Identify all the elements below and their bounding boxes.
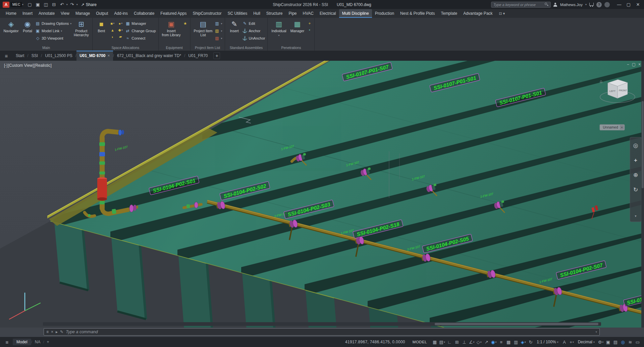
ribbon-tab-add-ins[interactable]: Add-ins xyxy=(111,9,131,18)
ribbon-tab-collaborate[interactable]: Collaborate xyxy=(131,9,157,18)
drawing-viewport[interactable]: 1-FW-1071-FW-1072-FW-1071-FW-1072-FW-107… xyxy=(0,61,644,328)
navigator-button[interactable]: ◈ Navigator xyxy=(2,19,20,33)
project-item-list-button[interactable]: ▤ Project Item List xyxy=(193,19,214,37)
portal-button[interactable]: ◉ Portal xyxy=(21,19,34,33)
drawing-options-button[interactable]: ▤ Drawing Options▾ xyxy=(35,20,71,27)
pil-tool-3-button[interactable]: ▧▾ xyxy=(215,35,222,42)
undo-caret-icon[interactable]: ▾ xyxy=(66,3,68,6)
model-space-toggle[interactable]: MODEL xyxy=(413,340,427,344)
ribbon-tab-hvac[interactable]: HVAC xyxy=(300,9,317,18)
penetration-manager-button[interactable]: ▦ Manager xyxy=(288,19,306,33)
panel-label-project-item-list[interactable]: Project Item List xyxy=(191,45,225,51)
ribbon-tab-hull[interactable]: Hull xyxy=(250,9,263,18)
vertical-scrollbar-thumb[interactable] xyxy=(642,101,644,188)
space-wedge-icon[interactable]: ◗ xyxy=(109,34,116,40)
status-menu-icon[interactable]: ≡ xyxy=(3,339,11,345)
space-box-icon[interactable]: ■▾ xyxy=(109,20,116,27)
file-tab-menu-icon[interactable]: ≡ xyxy=(0,53,13,59)
command-expand-icon[interactable]: ▾ xyxy=(595,330,597,334)
user-name[interactable]: Mathews.Joy xyxy=(560,3,583,7)
insert-from-library-button[interactable]: ▣ Insert from Library xyxy=(161,19,182,37)
penetration-individual-button[interactable]: ▥ Individual ▾ xyxy=(270,19,287,37)
navbar-more-icon[interactable]: ▾ xyxy=(635,214,636,218)
ribbon-tab-production[interactable]: Production xyxy=(372,9,397,18)
panel-label-equipment[interactable]: Equipment xyxy=(159,45,190,51)
ribbon-tab-featured-apps[interactable]: Featured Apps xyxy=(157,9,190,18)
file-tab-672-u01-black-and-grey-water-td[interactable]: 672_U01_Black and grey water TD* xyxy=(114,51,184,61)
search-input[interactable]: Type a keyword or phrase xyxy=(491,2,551,8)
vertical-scrollbar[interactable] xyxy=(641,61,644,328)
workspace-caret-icon[interactable]: ▾ xyxy=(22,3,23,6)
graphics-performance-toggle[interactable]: ≋ xyxy=(627,338,634,346)
ribbon-tab-insert[interactable]: Insert xyxy=(19,9,36,18)
ribbon-tab-pipe[interactable]: Pipe xyxy=(286,9,300,18)
annotation-autoscale-toggle[interactable]: +▾ xyxy=(568,338,576,346)
selection-cycling-toggle[interactable]: ▥ xyxy=(512,338,520,346)
viewcube-left-face[interactable]: LEFT xyxy=(609,90,616,93)
grid-toggle[interactable]: ▦ xyxy=(431,338,438,346)
bent-button[interactable]: ■ Bent xyxy=(95,19,108,33)
object-snap-toggle[interactable]: ◉▾ xyxy=(490,338,497,346)
plot-icon[interactable]: ⊟ xyxy=(50,1,58,8)
viewport-close-icon[interactable]: × xyxy=(638,62,641,67)
visual-style-control[interactable]: [Realistic] xyxy=(34,63,52,68)
panel-label-standard-assemblies[interactable]: Standard Assemblies xyxy=(225,45,268,51)
maximize-button[interactable]: ▢ xyxy=(624,0,633,9)
file-tab-u01-md-6700[interactable]: U01_MD 6700× xyxy=(76,51,113,61)
zoom-icon[interactable]: ⊕ xyxy=(633,172,638,178)
ribbon-tab-structure[interactable]: Structure xyxy=(263,9,286,18)
ribbon-tab-multi-discipline[interactable]: Multi Discipline xyxy=(339,9,372,18)
3d-viewpoint-button[interactable]: ◇ 3D Viewpoint xyxy=(35,35,71,42)
assembly-edit-button[interactable]: ✎ Edit xyxy=(243,20,265,27)
redo-icon[interactable]: ↷ xyxy=(68,1,76,8)
share-button[interactable]: ↗ Share xyxy=(81,2,97,7)
penetration-tool-1-button[interactable]: + xyxy=(307,20,312,27)
model-link-button[interactable]: ▣ Model Link▾ xyxy=(35,28,71,34)
command-input[interactable]: ≡ × ▸ ✎ Type a command ▾ xyxy=(44,328,600,336)
pil-tool-2-button[interactable]: ▨▾ xyxy=(215,28,222,34)
save-icon[interactable]: ◫ xyxy=(42,1,50,8)
app-logo[interactable]: A xyxy=(3,2,9,8)
new-layout-button[interactable]: + xyxy=(44,340,52,344)
command-customize-icon[interactable]: ≡ xyxy=(46,330,49,334)
app-store-cart-icon[interactable] xyxy=(589,3,594,6)
lineweight-toggle[interactable]: ≡ xyxy=(497,338,505,346)
ribbon-tab-template[interactable]: Template xyxy=(438,9,460,18)
assistant-icon[interactable] xyxy=(604,2,610,7)
named-view-chip[interactable]: Unnamed ▾ xyxy=(600,125,625,130)
minimize-button[interactable]: — xyxy=(614,0,624,9)
ribbon-tab-annotate[interactable]: Annotate xyxy=(36,9,58,18)
view-control[interactable]: [Custom View] xyxy=(8,63,34,68)
space-poly-icon[interactable]: ▰ xyxy=(117,34,124,40)
space-cone-icon[interactable]: ▲ xyxy=(109,27,116,33)
orbit-icon[interactable]: ↻ xyxy=(633,187,638,193)
penetration-tool-2-button[interactable]: * xyxy=(307,28,312,34)
file-tab-close-icon[interactable]: × xyxy=(108,53,110,58)
ribbon-tab-home[interactable]: Home xyxy=(3,9,19,18)
anchor-button[interactable]: ⚓ Anchor xyxy=(243,28,265,34)
workspace-badge[interactable]: MEC xyxy=(11,2,22,7)
annotation-visibility-toggle[interactable]: A xyxy=(561,338,568,346)
infer-constraints-toggle[interactable]: ∟ xyxy=(446,338,453,346)
full-navigation-wheel-icon[interactable]: ◎ xyxy=(633,142,638,149)
quick-properties-toggle[interactable]: ▤ xyxy=(612,338,619,346)
close-button[interactable]: ✕ xyxy=(633,0,643,9)
new-drawing-icon[interactable]: ▢ xyxy=(26,1,34,8)
ribbon-tab-manage[interactable]: Manage xyxy=(72,9,93,18)
ribbon-tab-shipconstructor[interactable]: ShipConstructor xyxy=(190,9,224,18)
panel-label-space-allocations[interactable]: Space Allocations xyxy=(93,45,158,51)
space-sphere-icon[interactable]: ◆▾ xyxy=(117,27,124,33)
new-drawing-tab-button[interactable]: + xyxy=(213,52,220,59)
snap-mode-toggle[interactable]: ▤▾ xyxy=(438,338,446,346)
ribbon-tab-sc-utilities[interactable]: SC Utilities xyxy=(224,9,250,18)
redo-caret-icon[interactable]: ▾ xyxy=(76,3,78,6)
viewport-menu-control[interactable]: [-] xyxy=(4,63,8,68)
3d-object-snap-toggle[interactable]: ◈▾ xyxy=(520,338,527,346)
object-snap-tracking-toggle[interactable]: ↗ xyxy=(483,338,490,346)
pan-icon[interactable]: + xyxy=(634,157,637,163)
viewport-restore-icon[interactable]: ▢ xyxy=(632,62,636,67)
isolate-objects-toggle[interactable]: ◎ xyxy=(619,338,627,346)
command-close-icon[interactable]: × xyxy=(51,330,53,334)
transparency-toggle[interactable]: ▩ xyxy=(505,338,512,346)
viewcube-front-face[interactable]: FRONT xyxy=(619,89,627,92)
